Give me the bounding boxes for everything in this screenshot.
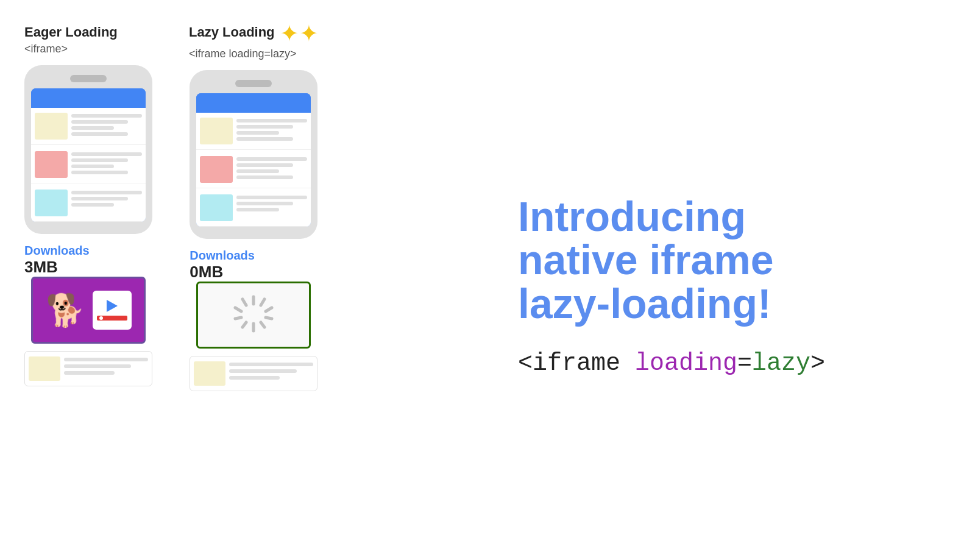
left-panel: Eager Loading <iframe> [24, 18, 481, 542]
phones-row: Eager Loading <iframe> [24, 24, 481, 391]
lazy-line [236, 196, 307, 199]
line [229, 363, 313, 366]
eager-line [71, 132, 128, 136]
lazy-iframe-preview [196, 282, 311, 349]
lazy-small-card-lines [229, 361, 313, 380]
dog-icon: 🐕 [46, 292, 85, 329]
code-iframe-tag: iframe [533, 350, 620, 377]
lazy-nav-bar [196, 93, 311, 113]
video-bar [97, 316, 127, 321]
line [64, 371, 115, 375]
lazy-line [236, 163, 293, 167]
eager-downloads-section: Downloads 3MB [24, 244, 152, 277]
lazy-downloads-value: 0MB [190, 263, 223, 282]
play-icon [107, 300, 118, 312]
eager-card2-image [35, 151, 68, 178]
eager-downloads-label: Downloads [24, 244, 90, 258]
eager-line [71, 191, 142, 194]
eager-small-card [24, 351, 152, 386]
lazy-small-card [190, 356, 317, 391]
eager-subtitle: <iframe> [24, 43, 68, 55]
eager-title: Eager Loading [24, 24, 118, 40]
lazy-below-card [190, 356, 317, 391]
code-attr-loading: loading [620, 350, 737, 377]
eager-line [71, 203, 114, 207]
lazy-line [236, 169, 279, 173]
eager-content-area [31, 108, 146, 222]
eager-line [71, 197, 128, 200]
code-attr-value-lazy: lazy [752, 350, 810, 377]
lazy-title: Lazy Loading [189, 24, 275, 40]
svg-line-3 [266, 317, 272, 319]
lazy-phone-notch [235, 80, 272, 87]
lazy-line [236, 208, 279, 211]
eager-card3-image [35, 190, 68, 216]
lazy-downloads-section: Downloads 0MB [190, 249, 317, 282]
lazy-card2-lines [236, 156, 307, 179]
lazy-line [236, 125, 293, 129]
code-close-bracket: > [810, 350, 825, 377]
lazy-line [236, 131, 279, 135]
video-dot [99, 316, 103, 320]
eager-phone-screen [31, 88, 146, 222]
eager-card-1 [31, 108, 146, 145]
headline-line3: lazy-loading! [518, 280, 771, 327]
eager-line [71, 114, 142, 118]
lazy-card2-image [200, 156, 233, 183]
lazy-title-row: Lazy Loading ✦✦ [189, 24, 319, 45]
lazy-column: Lazy Loading ✦✦ <iframe loading=lazy> [189, 24, 319, 391]
code-open-bracket: < [518, 350, 533, 377]
right-panel: Introducing native iframe lazy-loading! … [481, 18, 951, 542]
eager-line [71, 120, 128, 124]
svg-line-1 [261, 299, 264, 305]
svg-line-4 [261, 322, 264, 327]
svg-line-9 [243, 299, 246, 305]
sparkle-icon: ✦✦ [280, 22, 319, 45]
lazy-card3-lines [236, 194, 307, 211]
lazy-phone-screen [196, 93, 311, 227]
eager-phone-notch [70, 75, 107, 82]
svg-line-6 [243, 322, 246, 327]
lazy-small-card-image [194, 361, 225, 386]
eager-column: Eager Loading <iframe> [24, 24, 152, 386]
eager-small-card-image [29, 356, 60, 381]
eager-card2-lines [71, 151, 142, 174]
eager-line [71, 171, 128, 174]
lazy-card-2 [196, 151, 311, 188]
lazy-line [236, 202, 293, 205]
eager-line [71, 158, 128, 162]
eager-below-card [24, 351, 152, 386]
svg-line-8 [235, 308, 241, 311]
eager-card1-image [35, 113, 68, 140]
lazy-card1-image [200, 118, 233, 144]
headline-line1: Introducing [518, 193, 746, 239]
eager-downloads-value: 3MB [24, 258, 58, 277]
eager-card1-lines [71, 113, 142, 136]
eager-line [71, 126, 114, 130]
lazy-line [236, 119, 307, 122]
loading-spinner-svg [229, 291, 278, 339]
lazy-card1-lines [236, 118, 307, 141]
eager-card-3 [31, 185, 146, 222]
line [64, 364, 131, 368]
code-snippet: <iframe loading=lazy> [518, 350, 951, 377]
eager-nav-bar [31, 88, 146, 108]
line [229, 369, 296, 373]
lazy-line [236, 137, 293, 141]
video-thumbnail [93, 291, 132, 330]
lazy-content-area [196, 113, 311, 227]
lazy-subtitle: <iframe loading=lazy> [189, 48, 297, 60]
eager-small-card-lines [64, 356, 148, 375]
lazy-downloads-label: Downloads [190, 249, 255, 263]
headline: Introducing native iframe lazy-loading! [518, 195, 951, 325]
lazy-line [236, 175, 293, 179]
lazy-card-3 [196, 190, 311, 227]
eager-card3-lines [71, 190, 142, 207]
eager-card-2 [31, 146, 146, 183]
lazy-line [236, 157, 307, 161]
headline-line2: native iframe [518, 236, 774, 283]
eager-line [71, 152, 142, 156]
svg-line-7 [235, 317, 241, 319]
eager-iframe-preview: 🐕 [31, 277, 146, 344]
svg-line-2 [266, 308, 272, 311]
